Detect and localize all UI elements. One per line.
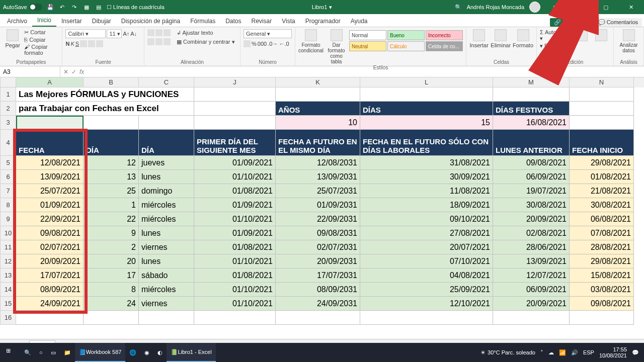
- fx-confirm-icon[interactable]: ✓: [71, 68, 76, 75]
- col-A[interactable]: A: [16, 77, 84, 87]
- select-all[interactable]: [0, 77, 16, 87]
- cell[interactable]: 01/10/2021: [194, 283, 276, 297]
- conditional-format-button[interactable]: Formato condicional: [298, 28, 324, 53]
- find-button[interactable]: [592, 28, 610, 41]
- row-14[interactable]: 14: [0, 283, 16, 297]
- row-11[interactable]: 11: [0, 240, 16, 254]
- autosum-button[interactable]: Σ Autosuma ▾: [540, 29, 571, 42]
- worksheet[interactable]: A B C J K L M N 12345678910111213141516 …: [0, 77, 644, 339]
- cell[interactable]: 17/07/2031: [276, 268, 360, 283]
- cell[interactable]: 06/08/2021: [570, 212, 634, 226]
- font-color-icon[interactable]: [96, 40, 103, 47]
- col-B[interactable]: B: [84, 77, 139, 87]
- search-icon[interactable]: 🔍: [455, 4, 462, 11]
- cell[interactable]: [493, 311, 570, 325]
- number-format-select[interactable]: General ▾: [244, 29, 292, 38]
- cell[interactable]: 22: [84, 212, 139, 226]
- font-select[interactable]: Calibri ▾: [65, 29, 106, 38]
- qat-icon[interactable]: ▤: [95, 3, 103, 11]
- col-C[interactable]: C: [139, 77, 194, 87]
- cell[interactable]: [194, 87, 276, 102]
- cell[interactable]: 25/09/2021: [360, 283, 493, 297]
- maximize-icon[interactable]: ▢: [596, 0, 616, 14]
- cell[interactable]: 13/09/2021: [493, 254, 570, 268]
- row-12[interactable]: 12: [0, 254, 16, 268]
- cell[interactable]: 08/09/2021: [16, 283, 84, 297]
- cell[interactable]: 27/08/2021: [360, 226, 493, 240]
- cell[interactable]: 15: [360, 116, 493, 130]
- cell[interactable]: 09/08/2021: [493, 156, 570, 170]
- cell[interactable]: 13/09/2031: [276, 170, 360, 184]
- font-size-select[interactable]: 11 ▾: [107, 29, 122, 38]
- fill-color-icon[interactable]: [88, 40, 95, 47]
- cell[interactable]: 29/08/2021: [570, 156, 634, 170]
- cell[interactable]: [194, 311, 276, 325]
- cell[interactable]: DÍAS FESTIVOS: [493, 102, 570, 116]
- cell[interactable]: 01/09/2021: [16, 198, 84, 212]
- align-top-icon[interactable]: [147, 29, 154, 36]
- cell[interactable]: [139, 311, 194, 325]
- cell[interactable]: 12: [84, 156, 139, 170]
- cell[interactable]: 08/09/2031: [276, 283, 360, 297]
- edge-icon[interactable]: 🌐: [125, 343, 140, 362]
- save-icon[interactable]: 💾: [46, 3, 54, 11]
- share-button[interactable]: 🔗 Compartir: [550, 18, 591, 27]
- tab-formulas[interactable]: Fórmulas: [185, 16, 220, 27]
- taskbar-workbook[interactable]: 📘 Workbook 587: [75, 343, 126, 362]
- increase-font-icon[interactable]: A↑: [123, 31, 129, 37]
- row-13[interactable]: 13: [0, 268, 16, 283]
- cell[interactable]: 09/08/2021: [570, 297, 634, 311]
- cell[interactable]: 12/08/2031: [276, 156, 360, 170]
- underline-button[interactable]: S: [75, 41, 79, 47]
- cell[interactable]: [84, 311, 139, 325]
- cell[interactable]: 20/09/2021: [493, 297, 570, 311]
- merge-button[interactable]: ▦ Combinar y centrar ▾: [177, 39, 235, 45]
- cell[interactable]: 24: [84, 297, 139, 311]
- fx-icon[interactable]: fx: [79, 68, 84, 75]
- cell[interactable]: viernes: [139, 240, 194, 254]
- cell[interactable]: FECHA EN EL FUTURO SÓLO CON DÍAS LABORAL…: [360, 130, 493, 156]
- name-box[interactable]: A3: [0, 66, 60, 77]
- cell[interactable]: 12/10/2021: [360, 297, 493, 311]
- cell[interactable]: 02/07/2021: [16, 240, 84, 254]
- cell[interactable]: PRIMER DÍA DEL SIGUIENTE MES: [194, 130, 276, 156]
- cell[interactable]: viernes: [139, 297, 194, 311]
- tab-vista[interactable]: Vista: [277, 16, 300, 27]
- align-center-icon[interactable]: [155, 38, 163, 45]
- redo-icon[interactable]: ↷: [70, 3, 78, 11]
- row-8[interactable]: 8: [0, 198, 16, 212]
- tab-insertar[interactable]: Insertar: [56, 16, 87, 27]
- undo-icon[interactable]: ↶: [58, 3, 66, 11]
- cell[interactable]: 02/07/2031: [276, 240, 360, 254]
- cell[interactable]: 24/09/2031: [276, 297, 360, 311]
- align-left-icon[interactable]: [147, 38, 154, 45]
- user-name[interactable]: Andrés Rojas Moncada: [467, 4, 524, 10]
- language-indicator[interactable]: ESP: [583, 349, 594, 355]
- comma-icon[interactable]: 000: [258, 41, 267, 47]
- paste-button[interactable]: Pegar: [3, 28, 22, 48]
- cell[interactable]: [360, 311, 493, 325]
- cell[interactable]: 20/09/2031: [276, 254, 360, 268]
- cell[interactable]: 30/09/2021: [360, 170, 493, 184]
- col-J[interactable]: J: [194, 77, 276, 87]
- cell[interactable]: [570, 116, 634, 130]
- cell[interactable]: FECHA INICIO: [570, 130, 634, 156]
- dropdown-icon[interactable]: ▾: [329, 4, 332, 11]
- cell[interactable]: 01/10/2021: [194, 212, 276, 226]
- row-4[interactable]: 4: [0, 130, 16, 156]
- cell[interactable]: 01/08/2021: [194, 240, 276, 254]
- row-10[interactable]: 10: [0, 226, 16, 240]
- cell[interactable]: 06/09/2021: [493, 283, 570, 297]
- cell[interactable]: 01/10/2021: [194, 170, 276, 184]
- cell[interactable]: 13/09/2021: [16, 170, 84, 184]
- row-3[interactable]: 3: [0, 116, 16, 130]
- cell[interactable]: [276, 311, 360, 325]
- cell[interactable]: [194, 102, 276, 116]
- fx-cancel-icon[interactable]: ✕: [63, 68, 68, 75]
- col-M[interactable]: M: [493, 77, 570, 87]
- cell[interactable]: 09/10/2021: [360, 212, 493, 226]
- cell[interactable]: FECHA: [16, 130, 84, 156]
- cell[interactable]: 8: [84, 283, 139, 297]
- cell[interactable]: 22/09/2021: [16, 212, 84, 226]
- cell[interactable]: 25: [84, 184, 139, 198]
